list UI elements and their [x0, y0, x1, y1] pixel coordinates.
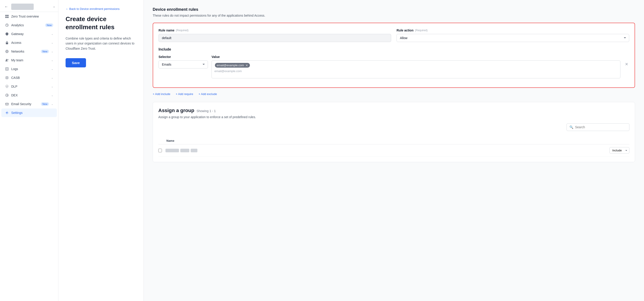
name-blurred-segment-3: [191, 149, 198, 152]
tag-text: email@example.com: [217, 64, 244, 67]
row-action-select[interactable]: Include Exclude: [610, 147, 630, 154]
value-field[interactable]: email@example.com ✕ email@example.com: [212, 60, 620, 78]
back-button[interactable]: ←: [4, 4, 9, 10]
chevron-down-icon: ⌄: [51, 76, 53, 79]
name-blurred-segment-2: [180, 149, 189, 152]
back-to-permissions-link[interactable]: ← Back to Device enrollment permissions: [66, 7, 136, 10]
table-header: Name: [158, 137, 630, 144]
sidebar-item-settings[interactable]: Settings: [1, 108, 57, 117]
chevron-down-icon: ⌄: [51, 41, 53, 44]
sidebar-item-label: Networks: [11, 50, 38, 53]
sidebar-item-logs[interactable]: Logs ⌄: [1, 65, 57, 73]
svg-rect-17: [6, 103, 8, 105]
rule-card: Rule name (Required) Rule action (Requir…: [153, 23, 635, 88]
sidebar-item-zero-trust-overview[interactable]: Zero Trust overview: [1, 12, 57, 21]
grid-icon: [5, 14, 9, 18]
sidebar-item-email-security[interactable]: Email Security New ⌄: [1, 100, 57, 108]
casb-icon: [5, 76, 9, 80]
email-security-new-badge: New: [41, 102, 49, 106]
sidebar-item-dex[interactable]: DEX ⌄: [1, 91, 57, 100]
sidebar-item-label: My team: [11, 58, 49, 62]
svg-point-13: [6, 77, 8, 78]
search-input[interactable]: [575, 125, 626, 129]
assign-group-header: Assign a group Showing 1 - 1: [158, 108, 630, 114]
log-icon: [5, 67, 9, 71]
name-blurred-segment-1: [166, 149, 179, 152]
sidebar-item-label: DEX: [11, 94, 49, 97]
sidebar-nav: Zero Trust overview Analytics New Gatewa…: [0, 12, 58, 117]
people-icon: [5, 58, 9, 62]
row-action: Include Exclude: [610, 147, 630, 154]
assign-group-desc: Assign a group to your application to en…: [158, 115, 630, 119]
rule-action-group: Rule action (Required) Allow Block: [396, 28, 629, 42]
sidebar-item-label: DLP: [11, 85, 49, 88]
chevron-down-icon: ⌄: [51, 85, 53, 88]
device-enrollment-rules-desc: These rules do not impact permissions fo…: [153, 14, 635, 17]
svg-point-8: [8, 59, 8, 60]
sidebar-item-label: Email Security: [11, 102, 38, 106]
sidebar-expand-button[interactable]: ›: [54, 5, 54, 8]
svg-rect-0: [6, 15, 7, 16]
sidebar-item-label: Access: [11, 41, 49, 44]
email-icon: [5, 102, 9, 106]
chevron-down-icon: ⌄: [51, 50, 53, 53]
row-checkbox[interactable]: [158, 149, 162, 152]
dex-icon: [5, 93, 9, 97]
sidebar-item-casb[interactable]: CASB ⌄: [1, 74, 57, 82]
assign-group-count: Showing 1 - 1: [196, 109, 216, 113]
rule-action-select[interactable]: Allow Block: [396, 34, 629, 42]
rule-action-label: Rule action (Required): [396, 28, 629, 32]
selector-select[interactable]: Emails Country IP Ranges Everyone: [158, 60, 208, 68]
add-links: + Add include + Add require + Add exclud…: [153, 92, 635, 96]
sidebar-item-networks[interactable]: Networks New ⌄: [1, 47, 57, 56]
svg-rect-3: [7, 16, 8, 18]
dlp-icon: [5, 84, 9, 88]
tag-remove-button[interactable]: ✕: [246, 64, 248, 67]
left-panel: ← Back to Device enrollment permissions …: [58, 0, 144, 301]
sidebar-item-label: Settings: [11, 111, 53, 114]
chevron-down-icon: ⌄: [51, 94, 53, 97]
chevron-down-icon: ⌄: [51, 59, 53, 62]
assign-group-title: Assign a group: [158, 108, 194, 114]
include-title: Include: [158, 48, 629, 52]
value-placeholder: email@example.com: [214, 70, 618, 73]
add-include-link[interactable]: + Add include: [153, 92, 170, 96]
svg-point-18: [6, 112, 8, 114]
row-name: [166, 149, 606, 152]
sidebar-item-label: CASB: [11, 76, 49, 80]
sidebar-item-gateway[interactable]: Gateway ⌄: [1, 30, 57, 38]
device-enrollment-rules-title: Device enrollment rules: [153, 7, 635, 12]
chevron-down-icon: ⌄: [51, 32, 53, 36]
sidebar-item-analytics[interactable]: Analytics New: [1, 21, 57, 30]
selector-label: Selector: [158, 55, 208, 59]
chart-icon: [5, 23, 9, 27]
right-panel: Device enrollment rules These rules do n…: [144, 0, 644, 301]
gear-icon: [5, 111, 9, 115]
selector-group: Selector Emails Country IP Ranges Everyo…: [158, 55, 208, 68]
search-bar: 🔍: [566, 123, 630, 131]
analytics-new-badge: New: [45, 23, 53, 27]
assign-group-section: Assign a group Showing 1 - 1 Assign a gr…: [153, 102, 635, 162]
main-content: ← Back to Device enrollment permissions …: [58, 0, 644, 301]
sidebar-item-dlp[interactable]: DLP ⌄: [1, 82, 57, 91]
email-tag: email@example.com ✕: [215, 63, 250, 68]
add-exclude-link[interactable]: + Add exclude: [198, 92, 217, 96]
sidebar-item-access[interactable]: Access ⌄: [1, 38, 57, 47]
remove-row-button[interactable]: ✕: [624, 61, 629, 68]
svg-rect-5: [6, 42, 8, 44]
svg-rect-1: [7, 15, 8, 16]
chevron-down-icon: ⌄: [51, 68, 53, 70]
rule-name-label: Rule name (Required): [158, 28, 391, 32]
sidebar-item-label: Analytics: [11, 23, 43, 27]
sidebar-header: ← ›: [0, 0, 58, 12]
add-require-link[interactable]: + Add require: [176, 92, 193, 96]
save-button[interactable]: Save: [66, 58, 86, 68]
rule-name-action-row: Rule name (Required) Rule action (Requir…: [158, 28, 629, 42]
rule-name-input[interactable]: [158, 34, 391, 42]
selector-row: Selector Emails Country IP Ranges Everyo…: [158, 55, 629, 78]
brand-logo: [11, 4, 34, 10]
page-title: Create device enrollment rules: [66, 15, 136, 32]
value-group: Value email@example.com ✕ email@example.…: [212, 55, 620, 78]
value-label: Value: [212, 55, 620, 59]
sidebar-item-my-team[interactable]: My team ⌄: [1, 56, 57, 64]
